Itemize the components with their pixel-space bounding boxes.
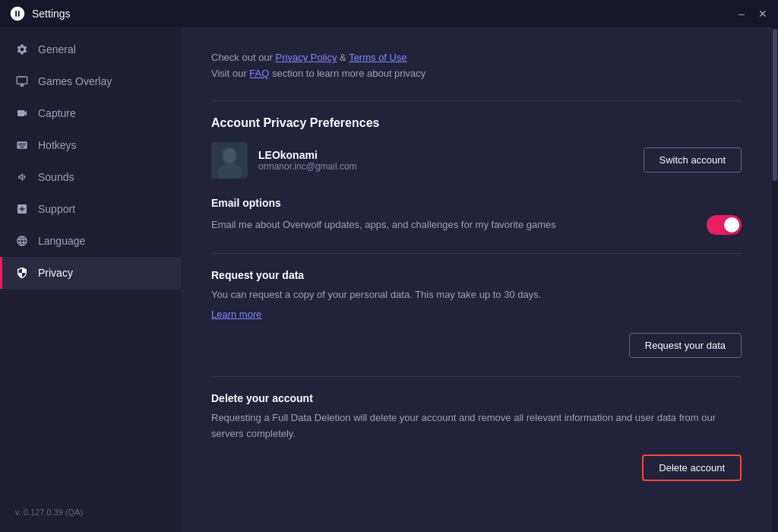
delete-account-title: Delete your account <box>211 392 742 404</box>
email-options-row: Email me about Overwolf updates, apps, a… <box>211 215 742 235</box>
sidebar-hotkeys-label: Hotkeys <box>38 139 77 151</box>
sidebar-item-support[interactable]: Support <box>0 193 181 225</box>
sidebar-capture-label: Capture <box>38 107 76 119</box>
privacy-policy-text: Check out our Privacy Policy & Terms of … <box>211 50 742 66</box>
faq-text: Visit our FAQ section to learn more abou… <box>211 66 742 82</box>
email-options-description: Email me about Overwolf updates, apps, a… <box>211 219 556 230</box>
account-row: LEOkonami ormanor.inc@gmail.com Switch a… <box>211 142 742 179</box>
title-bar: Settings – ✕ <box>0 0 778 27</box>
content-area: Check out our Privacy Policy & Terms of … <box>181 27 772 532</box>
avatar-image <box>211 142 248 179</box>
app-window: Settings – ✕ General <box>0 0 778 532</box>
email-options-title: Email options <box>211 197 742 209</box>
speaker-icon <box>15 170 29 184</box>
privacy-policy-link[interactable]: Privacy Policy <box>276 52 337 63</box>
app-logo-icon <box>9 5 26 22</box>
account-details: LEOkonami ormanor.inc@gmail.com <box>258 149 357 172</box>
sidebar: General Games Overlay Capture <box>0 27 181 532</box>
close-button[interactable]: ✕ <box>757 8 769 20</box>
sidebar-item-sounds[interactable]: Sounds <box>0 161 181 193</box>
version-text: v. 0.127.0.39 (QA) <box>0 499 181 526</box>
email-toggle[interactable] <box>707 215 742 235</box>
email-options-section: Email options Email me about Overwolf up… <box>211 197 742 235</box>
sidebar-item-capture[interactable]: Capture <box>0 97 181 129</box>
request-data-section: Request your data You can request a copy… <box>211 269 742 359</box>
account-username: LEOkonami <box>258 149 357 161</box>
section-divider <box>211 100 742 101</box>
monitor-icon <box>15 74 29 88</box>
support-icon <box>15 202 29 216</box>
sidebar-item-hotkeys[interactable]: Hotkeys <box>0 129 181 161</box>
keyboard-icon <box>15 138 29 152</box>
section-divider-2 <box>211 253 742 254</box>
request-data-description: You can request a copy of your personal … <box>211 287 742 303</box>
account-email: ormanor.inc@gmail.com <box>258 161 357 172</box>
delete-account-button[interactable]: Delete account <box>642 454 742 481</box>
delete-account-btn-row: Delete account <box>211 454 742 481</box>
sidebar-language-label: Language <box>38 235 85 247</box>
sidebar-games-overlay-label: Games Overlay <box>38 75 112 87</box>
request-data-button[interactable]: Request your data <box>629 333 742 358</box>
request-data-title: Request your data <box>211 269 742 281</box>
sidebar-item-privacy[interactable]: Privacy <box>0 257 181 289</box>
gear-icon <box>15 43 29 56</box>
learn-more-link[interactable]: Learn more <box>211 309 261 320</box>
switch-account-button[interactable]: Switch account <box>644 147 742 173</box>
scrollbar-thumb <box>773 29 777 181</box>
delete-account-section: Delete your account Requesting a Full Da… <box>211 392 742 481</box>
faq-link[interactable]: FAQ <box>249 68 269 79</box>
title-bar-controls: – ✕ <box>735 8 769 20</box>
video-icon <box>15 106 29 120</box>
svg-point-3 <box>223 149 236 163</box>
main-layout: General Games Overlay Capture <box>0 27 778 532</box>
globe-icon <box>15 234 29 248</box>
account-section-title: Account Privacy Preferences <box>211 116 742 130</box>
sidebar-privacy-label: Privacy <box>38 267 73 279</box>
sidebar-item-language[interactable]: Language <box>0 225 181 257</box>
minimize-button[interactable]: – <box>735 8 748 20</box>
sidebar-sounds-label: Sounds <box>38 171 74 183</box>
terms-of-use-link[interactable]: Terms of Use <box>349 52 407 63</box>
delete-account-description: Requesting a Full Data Deletion will del… <box>211 410 742 442</box>
title-bar-left: Settings <box>9 5 71 22</box>
privacy-links-section: Check out our Privacy Policy & Terms of … <box>211 50 742 82</box>
shield-icon <box>15 266 29 280</box>
account-info: LEOkonami ormanor.inc@gmail.com <box>211 142 357 179</box>
account-privacy-section: Account Privacy Preferences <box>211 116 742 481</box>
toggle-knob <box>724 217 739 233</box>
avatar <box>211 142 248 179</box>
request-data-btn-row: Request your data <box>211 333 742 358</box>
sidebar-item-games-overlay[interactable]: Games Overlay <box>0 65 181 97</box>
sidebar-item-general[interactable]: General <box>0 33 181 65</box>
sidebar-support-label: Support <box>38 203 75 215</box>
section-divider-3 <box>211 376 742 377</box>
scrollbar-area[interactable] <box>772 27 778 532</box>
sidebar-general-label: General <box>38 43 76 55</box>
app-title: Settings <box>32 8 71 20</box>
